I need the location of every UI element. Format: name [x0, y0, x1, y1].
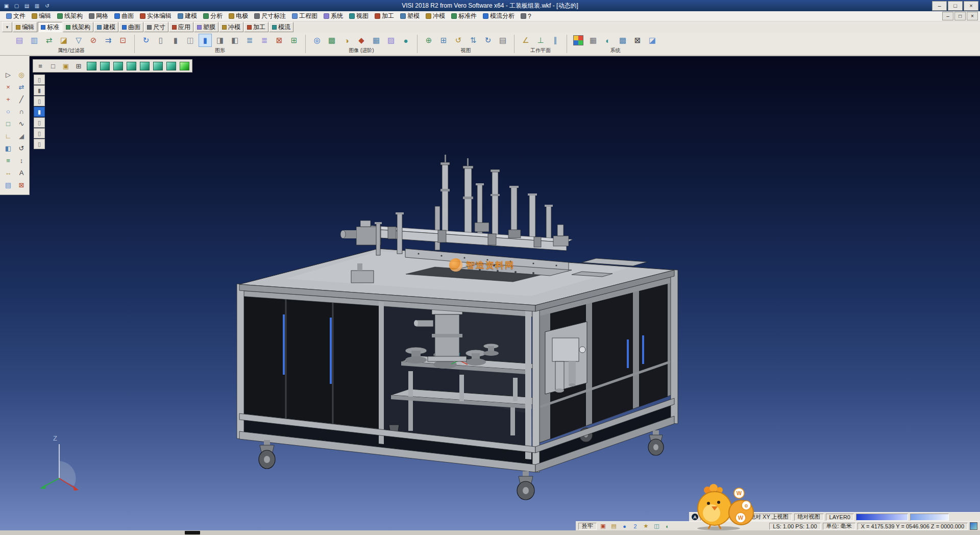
view-cube-shaded-icon[interactable]	[180, 62, 189, 70]
open-file-icon[interactable]: ▤	[22, 2, 31, 10]
toolbar-dropdown-button[interactable]: ▾	[2, 22, 12, 32]
view-cube-top-icon[interactable]	[100, 62, 110, 70]
menu-system[interactable]: 系统	[321, 11, 346, 21]
transfer-attributes-icon[interactable]: ⇉	[102, 34, 115, 47]
tab-mold[interactable]: 塑膜	[194, 22, 218, 32]
filter-surfaces-icon[interactable]: ▯	[34, 96, 45, 106]
blank-view-icon[interactable]: □	[47, 61, 59, 71]
display-list-icon[interactable]: ≡	[35, 61, 46, 71]
render-icon[interactable]: ◎	[310, 34, 324, 47]
grid-view-icon[interactable]: ⊞	[73, 61, 84, 71]
view-cube-left-icon[interactable]	[140, 62, 150, 70]
tab-flow[interactable]: 模流	[269, 22, 293, 32]
erase-icon[interactable]: ⊠	[15, 179, 28, 191]
world-icon[interactable]: ◐	[663, 522, 672, 530]
menu-dimension[interactable]: 尺寸标注	[251, 11, 289, 21]
view-cube-iso-icon[interactable]	[87, 62, 96, 70]
menu-wireframe[interactable]: 线架构	[54, 11, 86, 21]
photo-icon[interactable]: ●	[399, 34, 412, 47]
curve-icon[interactable]: ∿	[15, 117, 28, 130]
regen-grid-icon[interactable]: ⊞	[287, 34, 301, 47]
new-file-icon[interactable]: ▢	[12, 2, 21, 10]
tab-modeling[interactable]: 建模	[94, 22, 118, 32]
mask-icon[interactable]: ▨	[384, 34, 398, 47]
rotate-view-icon[interactable]: ↻	[481, 34, 495, 47]
pin-toggle[interactable]: 拴牢	[578, 523, 597, 530]
filter-icon[interactable]: ▽	[72, 34, 85, 47]
menu-electrode[interactable]: 电极	[226, 11, 251, 21]
matrix-icon[interactable]: ▩	[616, 34, 629, 47]
menu-modeling[interactable]: 建模	[175, 11, 200, 21]
material-icon[interactable]: ◆	[355, 34, 368, 47]
filter-points-icon[interactable]: ▯	[34, 128, 45, 138]
dimension-icon[interactable]: ↔	[2, 166, 15, 179]
shadow-icon[interactable]: ◑	[340, 34, 353, 47]
menu-solid-edit[interactable]: 实体编辑	[137, 11, 175, 21]
undo-icon[interactable]: ↺	[43, 2, 52, 10]
select-arrow-icon[interactable]: ▷	[2, 68, 15, 81]
refresh-icon[interactable]: ↻	[139, 34, 153, 47]
shaded-view-icon[interactable]: ▮	[169, 34, 182, 47]
notes-icon[interactable]: ▤	[609, 522, 618, 530]
mdi-minimize-button[interactable]: –	[942, 12, 953, 20]
view-cube-front-icon[interactable]	[113, 62, 123, 70]
shaded-edges-view-icon[interactable]: ▮	[199, 34, 212, 47]
named-views-icon[interactable]: ▤	[496, 34, 509, 47]
workplane-normal-icon[interactable]: ⊥	[534, 34, 547, 47]
view-cube-back-icon[interactable]	[153, 62, 163, 70]
menu-flow-analysis[interactable]: 模流分析	[480, 11, 518, 21]
menu-die[interactable]: 冲模	[423, 11, 448, 21]
texture-icon[interactable]: ▩	[325, 34, 338, 47]
pan-icon[interactable]: ⇅	[467, 34, 480, 47]
workplane-parallel-icon[interactable]: ∥	[549, 34, 562, 47]
rotate-icon[interactable]: ↺	[15, 142, 28, 154]
menu-machining[interactable]: 加工	[372, 11, 397, 21]
close-all-icon[interactable]: ⊠	[631, 34, 644, 47]
menu-edit[interactable]: 编辑	[29, 11, 54, 21]
menu-view[interactable]: 视图	[346, 11, 372, 21]
close-button[interactable]: ×	[964, 1, 978, 11]
clear-filter-icon[interactable]: ⊘	[87, 34, 100, 47]
mini-cube-icon[interactable]: ◫	[652, 522, 661, 530]
viewport[interactable]: Z ≡□▣⊞ ▯▮▯▮▯▯▯ 智造资料网	[0, 56, 980, 530]
layer-list-icon[interactable]: ≣	[243, 34, 256, 47]
transparency-icon[interactable]: ◨	[213, 34, 227, 47]
menu-mold[interactable]: 塑模	[397, 11, 423, 21]
view-cube-right-icon[interactable]	[127, 62, 136, 70]
attribute-db-icon[interactable]: ≣	[258, 34, 271, 47]
minimize-button[interactable]: –	[932, 1, 947, 11]
rect-icon[interactable]: □	[2, 117, 15, 130]
match-filter-icon[interactable]: ⊡	[116, 34, 130, 47]
properties-icon[interactable]: ▤	[13, 34, 26, 47]
tab-standard[interactable]: 标准	[38, 22, 62, 32]
filter-hidden-icon[interactable]: ▯	[34, 139, 45, 149]
wireframe-view-icon[interactable]: ▯	[154, 34, 167, 47]
environment-icon[interactable]: ▦	[370, 34, 383, 47]
save-file-icon[interactable]: ▥	[33, 2, 41, 10]
copy-attributes-icon[interactable]: ◪	[57, 34, 70, 47]
tab-edit[interactable]: 编辑	[13, 22, 37, 32]
erase-graphics-icon[interactable]: ⊠	[273, 34, 286, 47]
tab-apply[interactable]: 应用	[169, 22, 193, 32]
circle-icon[interactable]: ○	[2, 105, 15, 117]
lock-icon[interactable]: ▣	[599, 522, 607, 530]
menu-analysis[interactable]: 分析	[200, 11, 226, 21]
mdi-close-button[interactable]: ×	[967, 12, 978, 20]
maximize-button[interactable]: □	[948, 1, 963, 11]
zoom-all-icon[interactable]: ⊕	[422, 34, 435, 47]
layer-cell[interactable]: LAYER0	[826, 514, 854, 521]
absolute-view-cell[interactable]: 绝对视图	[794, 514, 824, 521]
menu-drawing[interactable]: 工程图	[289, 11, 321, 21]
filter-active-layer-icon[interactable]: ▮	[34, 107, 45, 117]
hidden-line-view-icon[interactable]: ◫	[184, 34, 197, 47]
filter-solids-icon[interactable]: ▮	[34, 85, 45, 95]
slant-plane-icon[interactable]: ◪	[646, 34, 659, 47]
menu-help[interactable]: ?	[518, 12, 534, 20]
count-badge[interactable]: 2	[631, 522, 640, 530]
zoom-window-icon[interactable]: ⊞	[437, 34, 450, 47]
system-grid-icon[interactable]: ▦	[586, 34, 600, 47]
move-icon[interactable]: ⇄	[15, 81, 28, 93]
cut-icon[interactable]: ×	[2, 81, 15, 93]
tab-die[interactable]: 冲模	[219, 22, 243, 32]
menu-standard-parts[interactable]: 标准件	[448, 11, 480, 21]
